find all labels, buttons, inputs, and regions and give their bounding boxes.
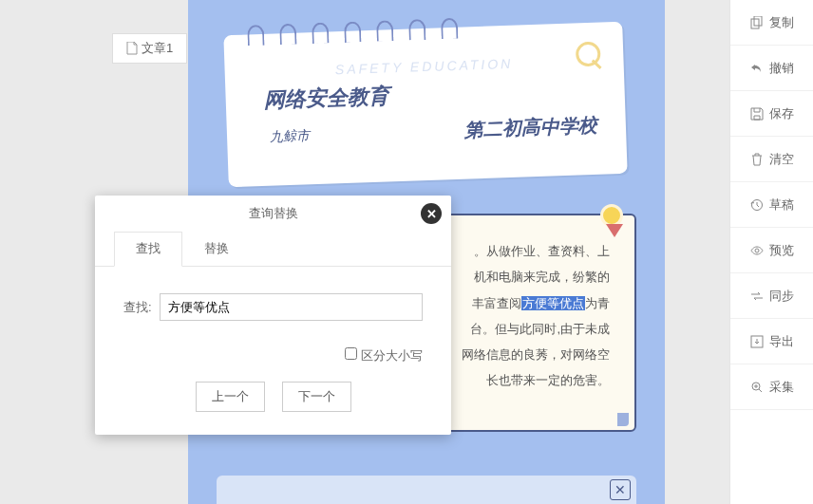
prev-button[interactable]: 上一个 [196,382,265,412]
ribbon-icon [600,204,623,227]
history-icon [750,198,764,212]
find-label: 查找: [123,299,152,316]
svg-rect-1 [754,16,762,26]
case-checkbox[interactable] [345,347,357,360]
zoom-icon [750,381,764,394]
sync-icon [750,289,764,303]
find-replace-dialog: 查询替换 ✕ 查找 替换 查找: 区分大小写 上一个 下一个 [95,196,451,435]
eye-icon [750,244,764,257]
dialog-tabs: 查找 替换 [95,232,451,267]
notepad-city: 九鲸市 [270,127,311,145]
find-input[interactable] [160,293,423,321]
dialog-title: 查询替换 ✕ [95,196,451,232]
sync-button[interactable]: 同步 [730,273,813,319]
right-toolbar: 复制 撤销 保存 清空 草稿 预览 同步 导出 采集 [729,0,813,504]
draft-button[interactable]: 草稿 [730,182,813,228]
article-tab[interactable]: 文章1 [112,33,187,64]
clear-button[interactable]: 清空 [730,137,813,182]
trash-icon [750,153,764,166]
case-label: 区分大小写 [361,348,423,363]
tab-find[interactable]: 查找 [114,232,182,267]
tab-replace[interactable]: 替换 [182,232,251,266]
article-tab-label: 文章1 [142,40,173,57]
copy-button[interactable]: 复制 [730,0,813,46]
undo-icon [750,62,764,75]
notepad-card: SAFETY EDUCATION 网络安全教育 九鲸市 第二初高中学校 [223,22,627,188]
preview-button[interactable]: 预览 [730,228,813,273]
save-icon [750,107,764,121]
svg-rect-0 [751,19,759,28]
export-icon [750,335,764,348]
page-curl-icon [617,413,629,426]
notepad-subtitle: SAFETY EDUCATION [224,52,623,82]
collect-button[interactable]: 采集 [730,364,813,410]
next-button[interactable]: 下一个 [282,382,351,412]
notepad-title: 网络安全教育 [263,82,389,115]
undo-button[interactable]: 撤销 [730,46,813,91]
close-icon[interactable]: ✕ [610,479,631,500]
save-button[interactable]: 保存 [730,91,813,137]
export-button[interactable]: 导出 [730,319,813,364]
notepad-school: 第二初高中学校 [463,113,597,143]
file-icon [126,42,138,55]
dialog-close-button[interactable]: ✕ [421,203,442,224]
search-highlight: 方便等优点 [521,296,585,310]
copy-icon [750,16,764,29]
ring-binding [247,18,459,47]
svg-point-3 [755,249,759,252]
bottom-bar: ✕ [217,476,636,504]
